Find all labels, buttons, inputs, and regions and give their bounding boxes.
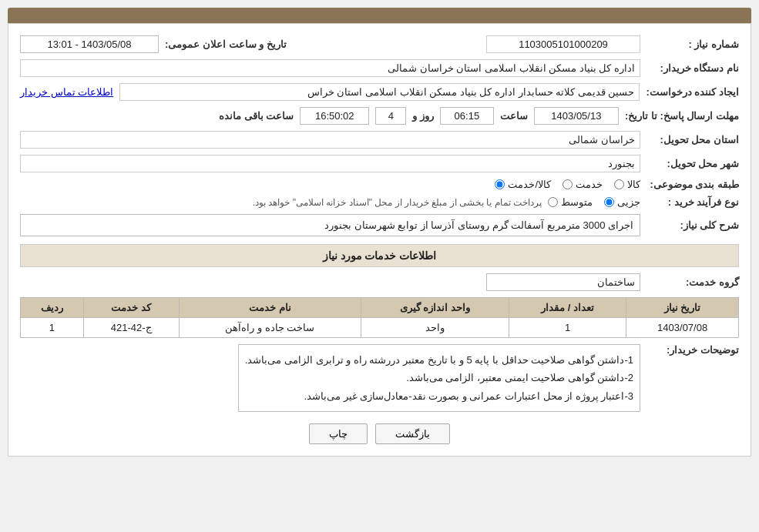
saat-label: ساعت [500,110,528,122]
col-tarikh: تاریخ نیاز [626,298,739,318]
grohe-row: گروه خدمت: ساختمان [20,273,739,291]
sharh-row: شرح کلی نیاز: اجرای 3000 مترمربع آسفالت … [20,214,739,236]
page-container: شماره نیاز : 1103005101000209 تاریخ و سا… [0,0,759,464]
sharh-label: شرح کلی نیاز: [646,219,739,231]
ijad-link[interactable]: اطلاعات تماس خریدار [20,86,113,98]
shahr-value: بجنورد [20,155,640,172]
nooe-label: نوع فرآیند خرید : [646,196,739,208]
services-table: تاریخ نیاز تعداد / مقدار واحد اندازه گیر… [20,297,739,338]
sharh-value: اجرای 3000 مترمربع آسفالت گرم روستای آذر… [20,214,640,236]
shahr-label: شهر محل تحویل: [646,158,739,169]
button-row: بازگشت چاپ [20,423,739,444]
namdastgah-label: نام دستگاه خریدار: [646,62,739,74]
namdastgah-row: نام دستگاه خریدار: اداره کل بنیاد مسکن ا… [20,59,739,77]
nooe-radio-group: متوسط جزیی [548,196,640,208]
mohlat-date: 1403/05/13 [534,107,619,125]
tabaqa-radio-group: کالا/خدمت خدمت کالا [495,179,640,190]
nooe-motoset-label: متوسط [561,196,593,208]
tabaqa-row: طبقه بندی موضوعی: کالا/خدمت خدمت کالا [20,179,739,190]
mohlat-label: مهلت ارسال پاسخ: تا تاریخ: [625,110,739,122]
tabaqa-khedmat-item[interactable]: خدمت [563,179,603,190]
mohlat-saat: 06:15 [440,107,494,125]
tabaqa-kala-label: کالا [627,179,640,190]
tabaqa-kala-item[interactable]: کالا [614,179,640,190]
nooe-motoset-item[interactable]: متوسط [548,196,593,208]
ostan-row: استان محل تحویل: خراسان شمالی [20,131,739,149]
ijad-value: حسین قدیمی کلاته حسابدار اداره کل بنیاد … [119,83,640,101]
nooe-jazzi-radio[interactable] [604,197,614,207]
btn-back[interactable]: بازگشت [375,423,450,444]
col-tedad: تعداد / مقدار [509,298,626,318]
tabaqa-kala-radio[interactable] [614,179,624,189]
col-radif: ردیف [21,298,84,318]
ijad-row: ایجاد کننده درخواست: حسین قدیمی کلاته حس… [20,83,739,101]
table-row: 1403/07/081واحدساخت جاده و راه‌آهنج-42-4… [21,318,739,338]
tabaqa-kala-khedmat-item[interactable]: کالا/خدمت [495,179,551,190]
tabaqa-kala-khedmat-label: کالا/خدمت [508,179,551,190]
content-box: شماره نیاز : 1103005101000209 تاریخ و سا… [8,23,751,457]
ijad-label: ایجاد کننده درخواست: [646,86,739,98]
ostan-value: خراسان شمالی [20,131,640,149]
col-vahed: واحد اندازه گیری [361,298,509,318]
shomara-label: شماره نیاز : [646,38,739,50]
mohlat-row: مهلت ارسال پاسخ: تا تاریخ: 1403/05/13 سا… [20,107,739,125]
tawzih-label: توضیحات خریدار: [646,344,739,356]
mohlat-baqi: 16:50:02 [300,107,369,125]
col-nam: نام خدمت [179,298,361,318]
tabaqa-kala-khedmat-radio[interactable] [495,179,505,189]
nooe-note: پرداخت تمام یا بخشی از مبلغ خریدار از مح… [20,197,542,208]
mohlat-rooz: 4 [375,107,406,125]
tabaqa-label: طبقه بندی موضوعی: [646,179,739,190]
tarikhe-value: 1403/05/08 - 13:01 [20,35,159,53]
col-kod: کد خدمت [83,298,179,318]
tabaqa-khedmat-radio[interactable] [563,179,573,189]
nooe-jazzi-label: جزیی [617,196,640,208]
tawzih-box: 1-داشتن گواهی صلاحیت حداقل با پایه 5 و ب… [238,344,640,412]
shomara-row: شماره نیاز : 1103005101000209 تاریخ و سا… [20,35,739,53]
nooe-row: نوع فرآیند خرید : متوسط جزیی پرداخت تمام… [20,196,739,208]
nooe-motoset-radio[interactable] [548,197,558,207]
nooe-jazzi-item[interactable]: جزیی [604,196,640,208]
tawzih-row: توضیحات خریدار: 1-داشتن گواهی صلاحیت حدا… [20,344,739,412]
btn-print[interactable]: چاپ [309,423,368,444]
rooz-label: روز و [412,110,434,122]
tarikhe-label: تاریخ و ساعت اعلان عمومی: [165,38,287,50]
grohe-value: ساختمان [486,273,640,291]
ostan-label: استان محل تحویل: [646,134,739,146]
grohe-label: گروه خدمت: [646,276,739,288]
tabaqa-khedmat-label: خدمت [576,179,603,190]
shomara-value: 1103005101000209 [486,35,640,53]
baqi-label: ساعت باقی مانده [219,110,294,122]
namdastgah-value: اداره کل بنیاد مسکن انقلاب اسلامی استان … [20,59,640,77]
section2-header: اطلاعات خدمات مورد نیاز [20,244,739,267]
shahr-row: شهر محل تحویل: بجنورد [20,155,739,172]
page-title [8,8,751,23]
